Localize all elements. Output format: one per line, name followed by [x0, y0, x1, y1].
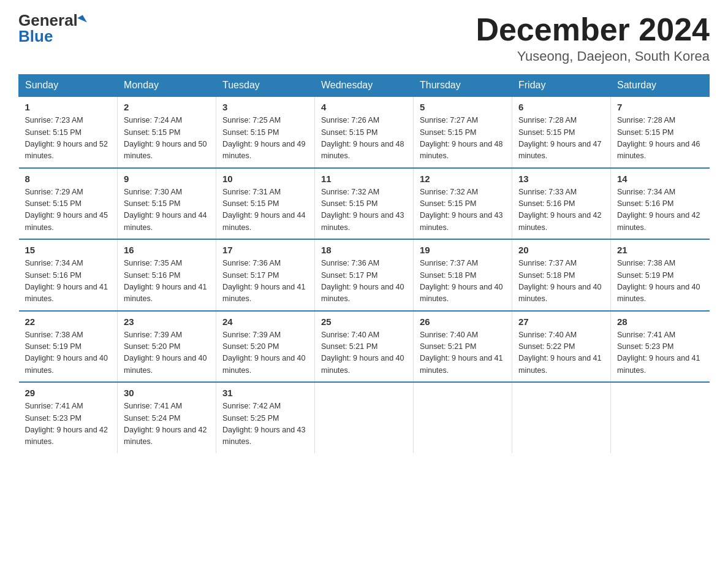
day-info: Sunrise: 7:27 AMSunset: 5:15 PMDaylight:… [420, 116, 503, 160]
calendar-day-cell: 4 Sunrise: 7:26 AMSunset: 5:15 PMDayligh… [315, 96, 414, 168]
day-number: 26 [420, 316, 506, 327]
calendar-week-row: 1 Sunrise: 7:23 AMSunset: 5:15 PMDayligh… [19, 96, 710, 168]
day-number: 9 [124, 174, 210, 184]
calendar-day-cell: 17 Sunrise: 7:36 AMSunset: 5:17 PMDaylig… [216, 239, 315, 311]
calendar-day-cell: 23 Sunrise: 7:39 AMSunset: 5:20 PMDaylig… [118, 311, 216, 383]
day-info: Sunrise: 7:41 AMSunset: 5:23 PMDaylight:… [25, 402, 108, 446]
day-number: 20 [518, 245, 604, 255]
day-number: 28 [617, 316, 703, 327]
calendar-table: SundayMondayTuesdayWednesdayThursdayFrid… [18, 74, 710, 453]
day-number: 13 [518, 174, 604, 184]
day-number: 30 [124, 388, 210, 398]
header-monday: Monday [118, 75, 216, 97]
day-info: Sunrise: 7:32 AMSunset: 5:15 PMDaylight:… [321, 188, 404, 232]
day-info: Sunrise: 7:41 AMSunset: 5:23 PMDaylight:… [617, 331, 700, 375]
calendar-day-cell: 9 Sunrise: 7:30 AMSunset: 5:15 PMDayligh… [118, 168, 216, 240]
day-info: Sunrise: 7:38 AMSunset: 5:19 PMDaylight:… [617, 259, 700, 303]
day-info: Sunrise: 7:29 AMSunset: 5:15 PMDaylight:… [25, 188, 108, 232]
calendar-day-cell: 18 Sunrise: 7:36 AMSunset: 5:17 PMDaylig… [315, 239, 414, 311]
day-number: 31 [222, 388, 308, 398]
day-info: Sunrise: 7:28 AMSunset: 5:15 PMDaylight:… [617, 116, 700, 160]
calendar-day-cell: 14 Sunrise: 7:34 AMSunset: 5:16 PMDaylig… [611, 168, 710, 240]
calendar-day-cell: 30 Sunrise: 7:41 AMSunset: 5:24 PMDaylig… [118, 382, 216, 453]
header-wednesday: Wednesday [315, 75, 414, 97]
calendar-day-cell: 15 Sunrise: 7:34 AMSunset: 5:16 PMDaylig… [19, 239, 118, 311]
day-number: 18 [321, 245, 407, 255]
day-info: Sunrise: 7:39 AMSunset: 5:20 PMDaylight:… [222, 331, 306, 375]
day-info: Sunrise: 7:31 AMSunset: 5:15 PMDaylight:… [222, 188, 306, 232]
calendar-day-cell: 12 Sunrise: 7:32 AMSunset: 5:15 PMDaylig… [414, 168, 512, 240]
calendar-day-cell: 24 Sunrise: 7:39 AMSunset: 5:20 PMDaylig… [216, 311, 315, 383]
day-info: Sunrise: 7:40 AMSunset: 5:21 PMDaylight:… [321, 331, 404, 375]
page-header: General Blue December 2024 Yuseong, Daej… [18, 12, 710, 64]
header-sunday: Sunday [19, 75, 118, 97]
calendar-day-cell [414, 382, 512, 453]
day-number: 10 [222, 174, 308, 184]
calendar-day-cell: 1 Sunrise: 7:23 AMSunset: 5:15 PMDayligh… [19, 96, 118, 168]
day-number: 2 [124, 102, 210, 112]
calendar-day-cell: 22 Sunrise: 7:38 AMSunset: 5:19 PMDaylig… [19, 311, 118, 383]
logo-general-text: General [18, 12, 78, 28]
calendar-day-cell: 2 Sunrise: 7:24 AMSunset: 5:15 PMDayligh… [118, 96, 216, 168]
day-number: 15 [25, 245, 112, 255]
day-info: Sunrise: 7:32 AMSunset: 5:15 PMDaylight:… [420, 188, 503, 232]
header-tuesday: Tuesday [216, 75, 315, 97]
calendar-day-cell: 16 Sunrise: 7:35 AMSunset: 5:16 PMDaylig… [118, 239, 216, 311]
day-number: 23 [124, 316, 210, 327]
header-saturday: Saturday [611, 75, 710, 97]
calendar-day-cell: 21 Sunrise: 7:38 AMSunset: 5:19 PMDaylig… [611, 239, 710, 311]
month-title: December 2024 [476, 12, 710, 47]
day-number: 29 [25, 388, 112, 398]
day-number: 25 [321, 316, 407, 327]
calendar-day-cell: 13 Sunrise: 7:33 AMSunset: 5:16 PMDaylig… [512, 168, 611, 240]
calendar-day-cell [512, 382, 611, 453]
day-info: Sunrise: 7:37 AMSunset: 5:18 PMDaylight:… [518, 259, 602, 303]
day-info: Sunrise: 7:34 AMSunset: 5:16 PMDaylight:… [25, 259, 108, 303]
day-number: 14 [617, 174, 703, 184]
calendar-day-cell: 27 Sunrise: 7:40 AMSunset: 5:22 PMDaylig… [512, 311, 611, 383]
day-number: 4 [321, 102, 407, 112]
calendar-day-cell: 28 Sunrise: 7:41 AMSunset: 5:23 PMDaylig… [611, 311, 710, 383]
day-info: Sunrise: 7:37 AMSunset: 5:18 PMDaylight:… [420, 259, 503, 303]
day-info: Sunrise: 7:35 AMSunset: 5:16 PMDaylight:… [124, 259, 207, 303]
location-subtitle: Yuseong, Daejeon, South Korea [476, 48, 710, 64]
day-info: Sunrise: 7:36 AMSunset: 5:17 PMDaylight:… [222, 259, 306, 303]
calendar-day-cell: 19 Sunrise: 7:37 AMSunset: 5:18 PMDaylig… [414, 239, 512, 311]
day-info: Sunrise: 7:42 AMSunset: 5:25 PMDaylight:… [222, 402, 306, 446]
day-number: 24 [222, 316, 308, 327]
day-info: Sunrise: 7:25 AMSunset: 5:15 PMDaylight:… [222, 116, 306, 160]
header-friday: Friday [512, 75, 611, 97]
day-info: Sunrise: 7:40 AMSunset: 5:22 PMDaylight:… [518, 331, 602, 375]
calendar-week-row: 15 Sunrise: 7:34 AMSunset: 5:16 PMDaylig… [19, 239, 710, 311]
day-number: 11 [321, 174, 407, 184]
calendar-day-cell: 5 Sunrise: 7:27 AMSunset: 5:15 PMDayligh… [414, 96, 512, 168]
day-info: Sunrise: 7:33 AMSunset: 5:16 PMDaylight:… [518, 188, 602, 232]
day-number: 16 [124, 245, 210, 255]
calendar-day-cell: 25 Sunrise: 7:40 AMSunset: 5:21 PMDaylig… [315, 311, 414, 383]
calendar-day-cell: 20 Sunrise: 7:37 AMSunset: 5:18 PMDaylig… [512, 239, 611, 311]
day-info: Sunrise: 7:34 AMSunset: 5:16 PMDaylight:… [617, 188, 700, 232]
day-info: Sunrise: 7:40 AMSunset: 5:21 PMDaylight:… [420, 331, 503, 375]
calendar-day-cell: 7 Sunrise: 7:28 AMSunset: 5:15 PMDayligh… [611, 96, 710, 168]
calendar-day-cell [611, 382, 710, 453]
calendar-day-cell: 8 Sunrise: 7:29 AMSunset: 5:15 PMDayligh… [19, 168, 118, 240]
day-number: 12 [420, 174, 506, 184]
day-info: Sunrise: 7:24 AMSunset: 5:15 PMDaylight:… [124, 116, 207, 160]
day-number: 1 [25, 102, 112, 112]
day-number: 5 [420, 102, 506, 112]
day-number: 27 [518, 316, 604, 327]
logo: General Blue [18, 12, 85, 44]
day-info: Sunrise: 7:23 AMSunset: 5:15 PMDaylight:… [25, 116, 108, 160]
calendar-header-row: SundayMondayTuesdayWednesdayThursdayFrid… [19, 75, 710, 97]
day-info: Sunrise: 7:36 AMSunset: 5:17 PMDaylight:… [321, 259, 404, 303]
title-section: December 2024 Yuseong, Daejeon, South Ko… [476, 12, 710, 64]
header-thursday: Thursday [414, 75, 512, 97]
day-number: 6 [518, 102, 604, 112]
calendar-day-cell: 3 Sunrise: 7:25 AMSunset: 5:15 PMDayligh… [216, 96, 315, 168]
day-number: 8 [25, 174, 112, 184]
calendar-day-cell: 11 Sunrise: 7:32 AMSunset: 5:15 PMDaylig… [315, 168, 414, 240]
calendar-day-cell [315, 382, 414, 453]
calendar-day-cell: 6 Sunrise: 7:28 AMSunset: 5:15 PMDayligh… [512, 96, 611, 168]
day-number: 19 [420, 245, 506, 255]
day-number: 21 [617, 245, 703, 255]
